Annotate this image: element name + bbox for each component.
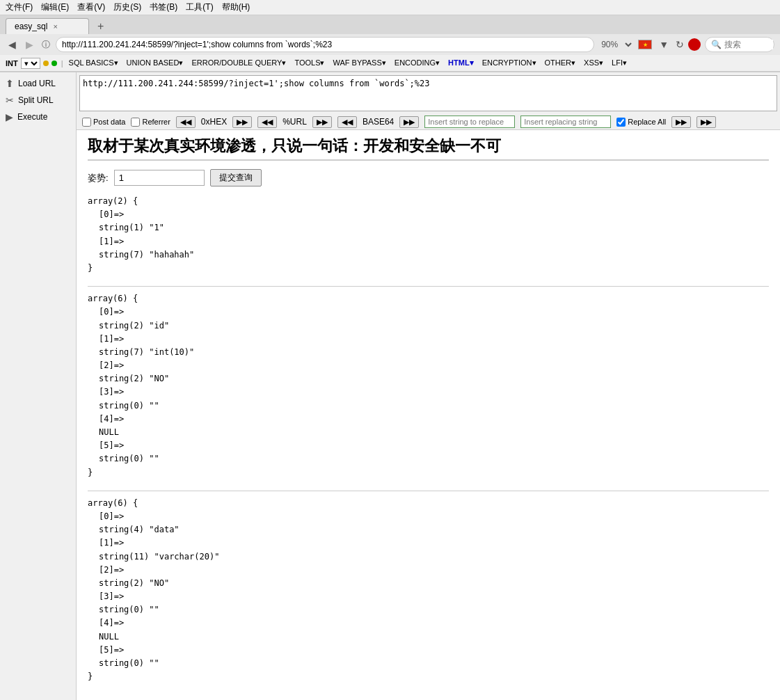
code-line: [1]=> (88, 333, 769, 346)
info-icon: ⓘ (40, 39, 51, 51)
replacing-string-input[interactable] (520, 116, 611, 128)
toolbar-other[interactable]: OTHER▾ (541, 56, 580, 70)
browser-chrome: easy_sql × + ◀ ▶ ⓘ 90% 100% ★ ▼ ↻ 🔍 INT … (0, 15, 780, 72)
submit-button[interactable]: 提交查询 (210, 169, 262, 186)
code-block-1: array(2) { [0]=> string(1) "1" [1]=> str… (88, 195, 769, 280)
toolbar-union-based[interactable]: UNION BASED▾ (122, 56, 188, 70)
code-line: string(7) "hahahah" (88, 248, 769, 262)
toolbar-encoding[interactable]: ENCODING▾ (390, 56, 444, 70)
menu-history[interactable]: 历史(S) (113, 1, 141, 13)
replace-right-arrow: ▶▶ (676, 118, 687, 127)
dropdown-button[interactable]: ▼ (656, 38, 671, 51)
code-line: [0]=> (88, 208, 769, 221)
main-area: ⬆ Load URL ✂ Split URL ▶ Execute Post da… (0, 72, 780, 700)
replace-all-check-input[interactable] (616, 118, 626, 127)
tab-title: easy_sql (15, 22, 47, 31)
code-line: [2]=> (88, 359, 769, 372)
address-bar: ◀ ▶ ⓘ 90% 100% ★ ▼ ↻ 🔍 (0, 34, 780, 55)
code-line: [1]=> (88, 536, 769, 550)
code-line: string(0) "" (88, 657, 769, 670)
content-area: 取材于某次真实环境渗透，只说一句话：开发和安全缺一不可 姿势: 提交查询 arr… (77, 130, 780, 700)
base64-label: BASE64 (363, 117, 394, 127)
sidebar-item-split-url[interactable]: ✂ Split URL (0, 92, 76, 109)
int-select[interactable]: ▾ (21, 58, 40, 69)
toolbar-tools[interactable]: TOOLS▾ (290, 56, 328, 70)
sidebar-item-execute[interactable]: ▶ Execute (0, 109, 76, 125)
status-dot-green (51, 61, 57, 66)
replace-all-label: Replace All (628, 118, 666, 126)
base64-right-arrow: ▶▶ (404, 118, 415, 127)
referrer-checkbox[interactable]: Referrer (131, 118, 170, 127)
code-line: } (88, 262, 769, 275)
search-input[interactable] (724, 40, 773, 49)
toolbar-encryption[interactable]: ENCRYPTION▾ (478, 56, 541, 70)
code-line: array(6) { (88, 497, 769, 510)
url-input[interactable] (56, 37, 594, 52)
code-line: [0]=> (88, 305, 769, 319)
status-dot-yellow (43, 61, 49, 66)
load-url-icon: ⬆ (6, 78, 14, 89)
toolbar-html[interactable]: HTML▾ (444, 56, 478, 70)
code-line: array(6) { (88, 292, 769, 305)
referrer-check-input[interactable] (131, 118, 140, 127)
url-left-btn[interactable]: ◀◀ (257, 116, 277, 128)
code-separator-2 (88, 491, 769, 491)
toolbar: INT ▾ | SQL BASICS▾ UNION BASED▾ ERROR/D… (0, 55, 780, 72)
code-line: string(4) "data" (88, 523, 769, 536)
encoding-bar: Post data Referrer ◀◀ 0xHEX ▶▶ ◀◀ %URL ▶… (77, 114, 780, 130)
split-url-icon: ✂ (6, 95, 14, 106)
sidebar-label-split-url: Split URL (18, 95, 54, 105)
hex-right-arrow: ▶▶ (237, 118, 248, 127)
new-tab-button[interactable]: + (92, 19, 109, 34)
menu-bookmarks[interactable]: 书签(B) (150, 1, 177, 13)
back-button[interactable]: ◀ (6, 38, 19, 51)
toolbar-waf-bypass[interactable]: WAF BYPASS▾ (329, 56, 390, 70)
url-right-arrow: ▶▶ (317, 118, 328, 127)
menu-edit[interactable]: 编辑(E) (41, 1, 69, 13)
toolbar-sql-basics[interactable]: SQL BASICS▾ (65, 56, 122, 70)
replace-right-btn[interactable]: ▶▶ (671, 116, 691, 128)
code-line: [4]=> (88, 617, 769, 630)
menu-help[interactable]: 帮助(H) (222, 1, 250, 13)
url-textarea[interactable] (79, 75, 777, 111)
code-line: string(2) "id" (88, 319, 769, 333)
toolbar-lfi[interactable]: LFI▾ (607, 56, 631, 70)
code-line: } (88, 466, 769, 479)
zoom-select[interactable]: 90% 100% (598, 39, 634, 50)
sidebar-item-load-url[interactable]: ⬆ Load URL (0, 75, 76, 92)
browser-tab[interactable]: easy_sql × (6, 18, 89, 34)
code-line: [4]=> (88, 413, 769, 426)
hex-left-arrow: ◀◀ (180, 118, 191, 127)
code-line: [5]=> (88, 644, 769, 657)
form-label: 姿势: (88, 172, 109, 184)
姿势-input[interactable] (114, 170, 205, 186)
replace-all-checkbox[interactable]: Replace All (616, 118, 666, 127)
menu-tools[interactable]: 工具(T) (186, 1, 213, 13)
referrer-label: Referrer (142, 118, 170, 126)
menu-view[interactable]: 查看(V) (77, 1, 105, 13)
toolbar-xss[interactable]: XSS▾ (580, 56, 607, 70)
code-line: string(2) "NO" (88, 372, 769, 385)
hex-right-btn[interactable]: ▶▶ (232, 116, 252, 128)
sidebar-label-execute: Execute (17, 112, 47, 122)
form-row: 姿势: 提交查询 (88, 169, 769, 186)
stop-button[interactable] (688, 38, 701, 51)
hex-left-btn[interactable]: ◀◀ (176, 116, 196, 128)
toolbar-error-double[interactable]: ERROR/DOUBLE QUERY▾ (187, 56, 290, 70)
menu-file[interactable]: 文件(F) (6, 1, 33, 13)
tab-close-button[interactable]: × (53, 22, 57, 31)
code-line: NULL (88, 630, 769, 644)
replace-far-right-btn[interactable]: ▶▶ (697, 116, 716, 128)
base64-left-btn[interactable]: ◀◀ (337, 116, 357, 128)
base64-right-btn[interactable]: ▶▶ (399, 116, 419, 128)
url-right-btn[interactable]: ▶▶ (312, 116, 332, 128)
reload-button[interactable]: ↻ (676, 39, 684, 50)
forward-button[interactable]: ▶ (23, 38, 36, 51)
post-data-checkbox[interactable]: Post data (82, 118, 125, 127)
insert-to-replace-input[interactable] (424, 116, 515, 128)
post-data-check-input[interactable] (82, 118, 91, 127)
code-line: [0]=> (88, 510, 769, 523)
code-line: NULL (88, 426, 769, 439)
code-separator-1 (88, 286, 769, 287)
code-line: string(0) "" (88, 452, 769, 466)
